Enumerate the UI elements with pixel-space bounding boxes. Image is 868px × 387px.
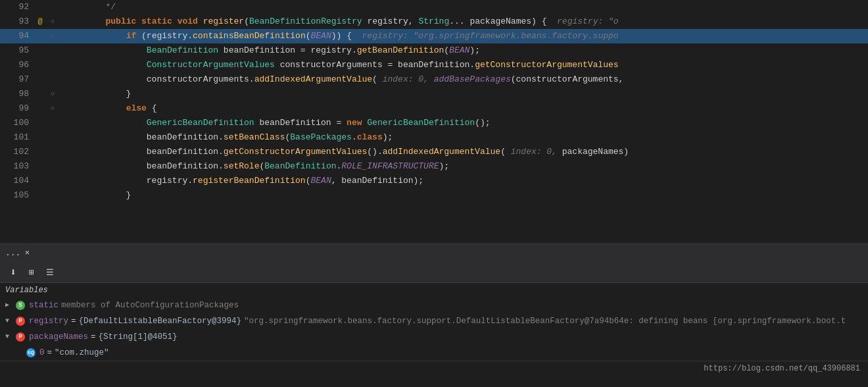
code-content: public static void register(BeanDefiniti… — [59, 14, 868, 29]
code-content: */ — [59, 0, 868, 14]
code-content: if (registry.containsBeanDefinition(BEAN… — [59, 29, 868, 43]
line-number: 102 — [0, 145, 34, 159]
gutter-col — [46, 58, 59, 72]
line-number: 105 — [0, 188, 34, 203]
annotation-col — [34, 116, 46, 130]
annotation-col — [34, 87, 46, 101]
gutter-col — [46, 188, 59, 203]
annotation-col — [34, 130, 46, 145]
var-name: registry — [29, 315, 68, 328]
line-number: 93 — [0, 14, 34, 29]
expand-arrow[interactable] — [5, 315, 12, 328]
var-type-icon: P — [16, 317, 25, 326]
line-number: 101 — [0, 130, 34, 145]
gutter-col — [46, 145, 59, 159]
gutter-col: ◇ — [46, 29, 59, 43]
code-line-105: 105 } — [0, 188, 868, 203]
tab-close[interactable]: × — [24, 248, 30, 258]
code-table: 92 */93@◇ public static void register(Be… — [0, 0, 868, 203]
code-content: registry.registerBeanDefinition(BEAN, be… — [59, 174, 868, 188]
annotation-col — [34, 29, 46, 43]
var-equals: = — [47, 346, 53, 359]
var-value-type: "com.zhuge" — [55, 346, 109, 359]
line-number: 92 — [0, 0, 34, 14]
gutter-col — [46, 72, 59, 87]
line-number: 100 — [0, 116, 34, 130]
annotation-col — [34, 159, 46, 174]
gutter-col: ◇ — [46, 87, 59, 101]
var-item-static[interactable]: Sstatic members of AutoConfigurationPack… — [0, 297, 868, 313]
code-line-104: 104 registry.registerBeanDefinition(BEAN… — [0, 174, 868, 188]
var-type-icon: EQ — [26, 348, 36, 357]
code-line-99: 99◇ else { — [0, 101, 868, 116]
code-content: beanDefinition.setBeanClass(BasePackages… — [59, 130, 868, 145]
code-content: } — [59, 188, 868, 203]
gutter-col: ◇ — [46, 14, 59, 29]
annotation-col — [34, 174, 46, 188]
status-url[interactable]: https://blog.csdn.net/qq_43906881 — [704, 364, 860, 373]
annotation-col — [34, 0, 46, 14]
line-number: 104 — [0, 174, 34, 188]
editor-area: 92 */93@◇ public static void register(Be… — [0, 0, 868, 244]
var-type-icon: S — [16, 301, 25, 310]
var-value-type: {DefaultListableBeanFactory@3994} — [79, 315, 242, 328]
debug-tabs-bar: ... × — [0, 244, 868, 262]
annotation-col: @ — [34, 14, 46, 29]
var-name: static — [29, 299, 59, 312]
code-content: constructorArguments.addIndexedArgumentV… — [59, 72, 868, 87]
code-line-103: 103 beanDefinition.setRole(BeanDefinitio… — [0, 159, 868, 174]
gutter-col — [46, 174, 59, 188]
line-number: 103 — [0, 159, 34, 174]
annotation-col — [34, 145, 46, 159]
line-number: 99 — [0, 101, 34, 116]
var-item-registry[interactable]: Pregistry = {DefaultListableBeanFactory@… — [0, 313, 868, 329]
line-number: 96 — [0, 58, 34, 72]
line-number: 98 — [0, 87, 34, 101]
annotation-col — [34, 72, 46, 87]
code-line-92: 92 */ — [0, 0, 868, 14]
code-line-96: 96 ConstructorArgumentValues constructor… — [0, 58, 868, 72]
gutter-col — [46, 130, 59, 145]
var-type-icon: P — [16, 332, 25, 342]
code-line-102: 102 beanDefinition.getConstructorArgumen… — [0, 145, 868, 159]
variables-panel: Variables Sstatic members of AutoConfigu… — [0, 283, 868, 361]
var-name: 0 — [39, 346, 45, 359]
var-static-label: members of AutoConfigurationPackages — [61, 299, 239, 312]
code-content: else { — [59, 101, 868, 116]
code-content: } — [59, 87, 868, 101]
var-value-type: {String[1]@4051} — [99, 330, 178, 344]
var-equals: = — [71, 315, 76, 328]
annotation-col — [34, 58, 46, 72]
status-bar: https://blog.csdn.net/qq_43906881 — [0, 361, 868, 375]
annotation-col — [34, 188, 46, 203]
code-content: beanDefinition.setRole(BeanDefinition.RO… — [59, 159, 868, 174]
gutter-col — [46, 116, 59, 130]
var-type-hint: "org.springframework.beans.factory.suppo… — [244, 315, 846, 328]
var-name: packageNames — [29, 330, 88, 344]
variables-toolbar: ⬇ ⊞ ☰ — [0, 262, 868, 283]
code-line-100: 100 GenericBeanDefinition beanDefinition… — [0, 116, 868, 130]
expand-arrow[interactable] — [5, 330, 12, 344]
gutter-col — [46, 0, 59, 14]
variables-header: Variables — [0, 283, 868, 297]
line-number: 94 — [0, 29, 34, 43]
var-item-packageNames[interactable]: PpackageNames = {String[1]@4051} — [0, 329, 868, 345]
tab-dots[interactable]: ... — [5, 248, 20, 258]
var-equals: = — [91, 330, 96, 344]
code-line-93: 93@◇ public static void register(BeanDef… — [0, 14, 868, 29]
code-content: BeanDefinition beanDefinition = registry… — [59, 43, 868, 58]
var-item-0[interactable]: EQ0 = "com.zhuge" — [0, 345, 868, 361]
gutter-col: ◇ — [46, 101, 59, 116]
step-over-btn[interactable]: ⬇ — [5, 265, 21, 280]
code-line-101: 101 beanDefinition.setBeanClass(BasePack… — [0, 130, 868, 145]
code-content: GenericBeanDefinition beanDefinition = n… — [59, 116, 868, 130]
table-view-btn[interactable]: ⊞ — [24, 265, 39, 280]
code-content: beanDefinition.getConstructorArgumentVal… — [59, 145, 868, 159]
expand-arrow[interactable] — [5, 299, 12, 312]
code-line-95: 95 BeanDefinition beanDefinition = regis… — [0, 43, 868, 58]
list-view-btn[interactable]: ☰ — [42, 265, 58, 280]
code-line-97: 97 constructorArguments.addIndexedArgume… — [0, 72, 868, 87]
variable-list: Sstatic members of AutoConfigurationPack… — [0, 297, 868, 361]
line-number: 97 — [0, 72, 34, 87]
annotation-col — [34, 101, 46, 116]
